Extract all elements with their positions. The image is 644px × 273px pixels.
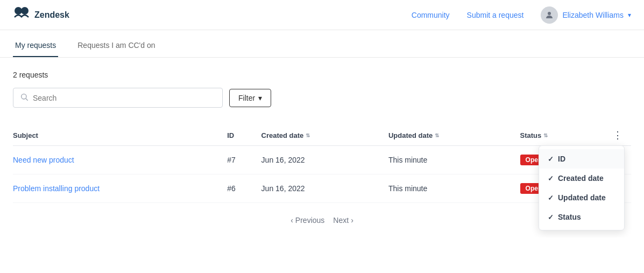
svg-point-3 [22,94,26,99]
chevron-right-icon: › [351,216,353,225]
dropdown-item-label: Status [558,213,581,221]
cell-created-date: Jun 16, 2022 [261,146,388,174]
search-input[interactable] [33,94,216,102]
filter-label: Filter [238,94,255,102]
check-icon: ✓ [548,155,554,163]
submit-request-link[interactable]: Submit a request [467,11,524,19]
chevron-left-icon: ‹ [291,216,293,225]
search-icon [20,93,29,103]
column-options-button[interactable]: ⋮ [611,130,625,140]
svg-point-0 [15,7,22,15]
zendesk-logo-icon [13,5,30,25]
tab-my-requests[interactable]: My requests [13,34,58,57]
cell-updated-date: This minute [388,146,520,174]
cell-subject: Problem installing product [13,174,227,203]
svg-point-1 [21,7,29,15]
col-id: ID [227,125,261,146]
search-box[interactable] [13,88,223,108]
dropdown-item-label: ID [558,155,565,163]
dropdown-item-label: Updated date [558,193,606,202]
logo-text: Zendesk [34,10,69,20]
filter-button[interactable]: Filter ▾ [229,89,271,107]
col-updated-date[interactable]: Updated date ⇅ [388,125,520,146]
svg-point-2 [548,12,551,15]
header: Zendesk Community Submit a request Eliza… [0,0,644,30]
sort-status-icon: ⇅ [543,132,548,138]
user-menu[interactable]: Elizabeth Williams ▾ [541,6,631,24]
requests-count: 2 requests [13,71,631,79]
tabs-bar: My requests Requests I am CC'd on [0,34,644,58]
next-button[interactable]: Next › [333,216,353,225]
cell-created-date: Jun 16, 2022 [261,174,388,203]
dropdown-item[interactable]: ✓ Updated date [539,188,624,207]
check-icon: ✓ [548,194,554,202]
sort-updated-icon: ⇅ [435,132,439,138]
tab-cc-requests[interactable]: Requests I am CC'd on [75,34,157,57]
col-created-date[interactable]: Created date ⇅ [261,125,388,146]
logo-area[interactable]: Zendesk [13,5,69,25]
cell-id: #6 [227,174,261,203]
column-options-dropdown: ✓ ID ✓ Created date ✓ Updated date ✓ Sta… [539,145,625,230]
svg-line-4 [26,99,28,101]
dropdown-item[interactable]: ✓ ID [539,149,624,169]
sort-created-icon: ⇅ [306,132,310,138]
cell-id: #7 [227,146,261,174]
avatar [541,6,558,24]
user-name: Elizabeth Williams [562,11,624,19]
dropdown-item-label: Created date [558,174,604,183]
cell-updated-date: This minute [388,174,520,203]
subject-link[interactable]: Need new product [13,156,74,164]
cell-subject: Need new product [13,146,227,174]
header-nav: Community Submit a request Elizabeth Wil… [412,6,631,24]
dropdown-item[interactable]: ✓ Status [539,207,624,227]
requests-table: Subject ID Created date ⇅ Updated date [13,125,631,203]
check-icon: ✓ [548,174,554,183]
col-status: Status ⇅ ⋮ ✓ ID ✓ Created date ✓ Updated… [520,125,631,146]
search-filter-row: Filter ▾ [13,88,631,108]
dropdown-item[interactable]: ✓ Created date [539,169,624,188]
chevron-down-icon: ▾ [628,11,631,19]
col-subject: Subject [13,125,227,146]
check-icon: ✓ [548,213,554,221]
previous-button[interactable]: ‹ Previous [291,216,324,225]
subject-link[interactable]: Problem installing product [13,184,100,193]
main-content: 2 requests Filter ▾ Subject ID [0,58,644,237]
filter-chevron-icon: ▾ [258,94,262,102]
community-link[interactable]: Community [412,11,450,19]
